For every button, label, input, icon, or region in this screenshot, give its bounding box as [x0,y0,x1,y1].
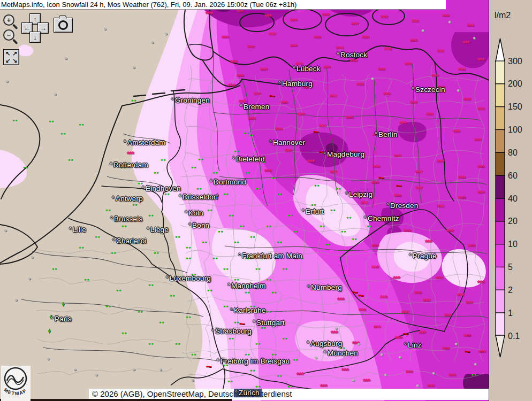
city-marker-icon: ° [179,194,181,201]
city-marker-icon: ° [293,65,295,73]
city-name: Chemnitz [368,214,399,222]
city-marker-icon: ° [210,179,212,186]
city-marker-icon: ° [147,226,149,234]
city-name: Brussels [114,215,142,223]
city-label: °Linz [404,341,422,349]
legend-scale: 30020015010080604020105210.1 [489,0,532,401]
zoom-out-icon: − [7,31,11,39]
city-name: Lübeck [297,65,321,73]
city-labels-layer: °Rostock°Lübeck°Hamburg°Szczecin°Groning… [0,0,489,401]
map-canvas[interactable]: ****************************************… [0,0,489,401]
city-label: °Magdeburg [323,150,364,158]
city-marker-icon: ° [110,161,112,169]
city-marker-icon: ° [302,208,305,215]
city-name: Szczecin [415,86,445,94]
city-marker-icon: ° [166,275,169,282]
city-marker-icon: ° [69,226,72,234]
city-marker-icon: ° [227,282,230,290]
city-marker-icon: ° [171,97,174,104]
city-label: °Lübeck [293,65,321,73]
city-name: Augsburg [310,340,342,348]
expand-arrow-icon: ↗ [11,50,18,57]
zoom-in-button[interactable]: + [3,14,14,26]
city-marker-icon: ° [217,358,219,365]
pan-down-button[interactable]: ↓ [29,32,41,43]
city-name: Strasbourg [215,327,252,335]
zoom-out-button[interactable]: − [3,29,14,41]
city-label: °Hannover [269,138,305,146]
city-marker-icon: ° [235,389,238,397]
legend-tick-label: 150 [508,102,522,111]
arrow-down-icon: ↓ [33,34,37,41]
city-name: Berlin [378,130,398,138]
city-marker-icon: ° [51,315,54,323]
city-marker-icon: ° [112,237,115,245]
city-marker-icon: ° [238,252,241,260]
city-label: °Rostock [337,51,367,59]
city-name: Rotterdam [113,161,148,169]
city-label: °Lille [69,226,86,234]
page-title: MetMaps.info, Icon Snowfall 24 h, Mos We… [1,1,297,9]
city-marker-icon: ° [269,139,272,146]
city-marker-icon: ° [323,151,326,158]
city-name: Stuttgart [256,319,285,327]
legend-band [496,198,505,221]
fullscreen-button[interactable]: ↖↗↙↘ [3,49,19,65]
city-marker-icon: ° [337,51,339,59]
city-label: °Groningen [171,96,210,104]
city-marker-icon: ° [307,340,309,348]
city-marker-icon: ° [375,131,377,138]
metmaps-logo[interactable]: METMAPS [1,366,31,401]
city-marker-icon: ° [110,215,113,223]
city-label: °Prague [409,252,437,260]
city-name: München [328,349,358,357]
weather-map-app: ****************************************… [0,0,532,401]
city-name: Hamburg [282,80,313,88]
city-label: °Hamburg [278,80,313,88]
legend-tick-label: 40 [508,194,518,203]
legend-band [496,175,505,198]
legend-band [496,130,505,153]
legend-band [496,313,505,336]
city-label: °Brussels [110,215,142,223]
city-label: °Luxembourg [166,274,211,282]
city-label: °Strasbourg [211,327,252,335]
city-marker-icon: ° [412,86,414,94]
city-label: °Amsterdam [124,138,165,146]
legend-band [496,61,505,84]
city-marker-icon: ° [240,103,242,111]
city-marker-icon: ° [188,222,191,229]
expand-arrow-icon: ↖ [4,50,11,57]
legend-tick-label: 20 [508,217,518,226]
legend-band [496,290,505,313]
city-label: °Bonn [188,221,209,229]
city-name: Amsterdam [127,138,165,146]
city-name: Prague [413,252,437,260]
city-label: °Dresden [386,202,418,210]
city-marker-icon: ° [232,156,235,163]
legend-tick-label: 2 [508,286,513,295]
city-name: Paris [55,315,72,323]
legend-tick-label: 80 [508,148,518,157]
legend-tick-label: 5 [508,263,513,272]
city-name: Antwerp [116,195,143,203]
city-name: Bielefeld [236,155,265,163]
city-marker-icon: ° [364,215,367,222]
city-marker-icon: ° [409,252,412,260]
city-marker-icon: ° [404,342,407,349]
legend-band [496,84,505,107]
city-label: °Eindhoven [142,184,181,192]
screenshot-button[interactable] [54,18,73,33]
city-name: Frankfurt am Main [242,252,302,260]
legend-band [496,152,505,175]
city-label: °Mannheim [227,282,266,290]
city-name: Zürich [239,389,260,397]
city-label: °Charleroi [112,237,147,245]
title-bar: MetMaps.info, Icon Snowfall 24 h, Mos We… [0,0,446,10]
city-label: °Bremen [240,103,269,111]
city-name: Köln [188,209,203,217]
city-label: °Bielefeld [232,155,265,163]
city-label: °Erfurt [302,207,324,215]
city-marker-icon: ° [278,80,281,88]
metmaps-logo-graphic: METMAPS [1,366,31,401]
